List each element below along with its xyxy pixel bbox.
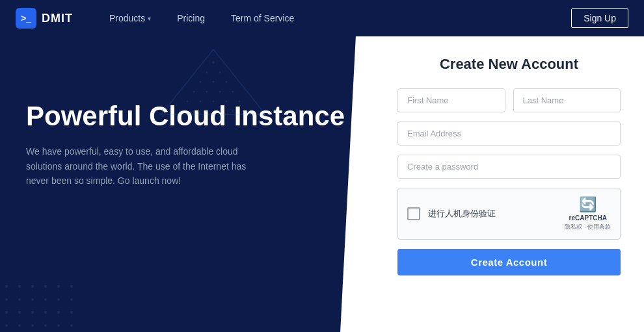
angled-divider [340, 36, 374, 332]
svg-point-17 [193, 110, 195, 112]
svg-point-13 [212, 101, 214, 103]
svg-point-26 [57, 285, 60, 288]
main-area: Powerful Cloud Instance We have powerful… [0, 36, 644, 332]
svg-point-19 [219, 110, 221, 112]
email-group [397, 121, 621, 146]
registration-form-panel: Create New Account 进行人机身份验证 🔄 reCAPTCHA … [374, 36, 644, 332]
recaptcha-box[interactable]: 进行人机身份验证 🔄 reCAPTCHA 隐私权 · 使用条款 [397, 188, 621, 240]
dot-grid-decoration [0, 280, 78, 332]
logo-text: DMIT [42, 12, 73, 25]
svg-point-4 [199, 81, 201, 83]
svg-point-9 [219, 91, 221, 93]
svg-point-43 [44, 324, 47, 327]
svg-point-16 [180, 110, 181, 112]
svg-point-30 [31, 298, 34, 301]
recaptcha-label: 进行人机身份验证 [428, 208, 565, 220]
svg-point-32 [57, 298, 60, 301]
svg-point-8 [206, 91, 208, 93]
navbar: >_ DMIT Products ▾ Pricing Term of Servi… [0, 0, 644, 36]
logo[interactable]: >_ DMIT [16, 8, 73, 29]
svg-point-11 [186, 101, 188, 103]
svg-point-12 [199, 101, 201, 103]
svg-point-38 [57, 311, 60, 314]
hero-section: Powerful Cloud Instance We have powerful… [0, 36, 374, 332]
email-input[interactable] [397, 121, 621, 146]
recaptcha-brand-label: reCAPTCHA [569, 214, 607, 222]
svg-point-20 [232, 110, 234, 112]
svg-point-18 [206, 110, 208, 112]
create-account-button[interactable]: Create Account [397, 249, 621, 275]
svg-point-41 [18, 324, 21, 327]
products-label: Products [109, 13, 145, 23]
svg-point-27 [70, 285, 73, 288]
first-name-input[interactable] [397, 88, 505, 112]
svg-point-10 [232, 91, 234, 93]
svg-point-39 [70, 311, 73, 314]
password-group [397, 155, 621, 179]
pricing-label: Pricing [177, 13, 205, 23]
svg-point-29 [18, 298, 21, 301]
recaptcha-icon: 🔄 [579, 196, 597, 213]
nav-links: Products ▾ Pricing Term of Service [99, 8, 571, 29]
svg-point-42 [31, 324, 34, 327]
svg-point-28 [5, 298, 8, 301]
nav-item-pricing[interactable]: Pricing [167, 8, 215, 29]
svg-point-31 [44, 298, 47, 301]
svg-point-1 [212, 62, 214, 64]
svg-point-2 [206, 71, 208, 73]
svg-point-25 [44, 285, 47, 288]
signup-button[interactable]: Sign Up [571, 8, 628, 28]
svg-point-40 [5, 324, 8, 327]
nav-item-products[interactable]: Products ▾ [99, 8, 161, 29]
mountain-decoration [148, 43, 278, 121]
svg-point-15 [238, 101, 240, 103]
hero-subtitle: We have powerful, easy to use, and affor… [26, 144, 260, 188]
form-title: Create New Account [397, 56, 621, 73]
svg-point-14 [225, 101, 227, 103]
svg-point-23 [18, 285, 21, 288]
password-input[interactable] [397, 155, 621, 179]
svg-point-33 [70, 298, 73, 301]
svg-point-5 [212, 81, 214, 83]
chevron-down-icon: ▾ [148, 15, 151, 22]
svg-point-36 [31, 311, 34, 314]
svg-point-3 [219, 71, 221, 73]
svg-point-7 [193, 91, 195, 93]
svg-point-34 [5, 311, 8, 314]
svg-point-21 [245, 110, 247, 112]
svg-point-24 [31, 285, 34, 288]
nav-item-tos[interactable]: Term of Service [221, 8, 304, 29]
svg-point-37 [44, 311, 47, 314]
svg-point-22 [5, 285, 8, 288]
name-row [397, 88, 621, 112]
last-name-input[interactable] [513, 88, 621, 112]
svg-point-45 [70, 324, 73, 327]
tos-label: Term of Service [231, 13, 294, 23]
logo-icon: >_ [16, 8, 36, 29]
svg-point-35 [18, 311, 21, 314]
svg-point-44 [57, 324, 60, 327]
svg-point-6 [225, 81, 227, 83]
recaptcha-links: 隐私权 · 使用条款 [565, 223, 611, 231]
recaptcha-logo: 🔄 reCAPTCHA 隐私权 · 使用条款 [565, 196, 611, 231]
recaptcha-checkbox[interactable] [407, 207, 420, 220]
